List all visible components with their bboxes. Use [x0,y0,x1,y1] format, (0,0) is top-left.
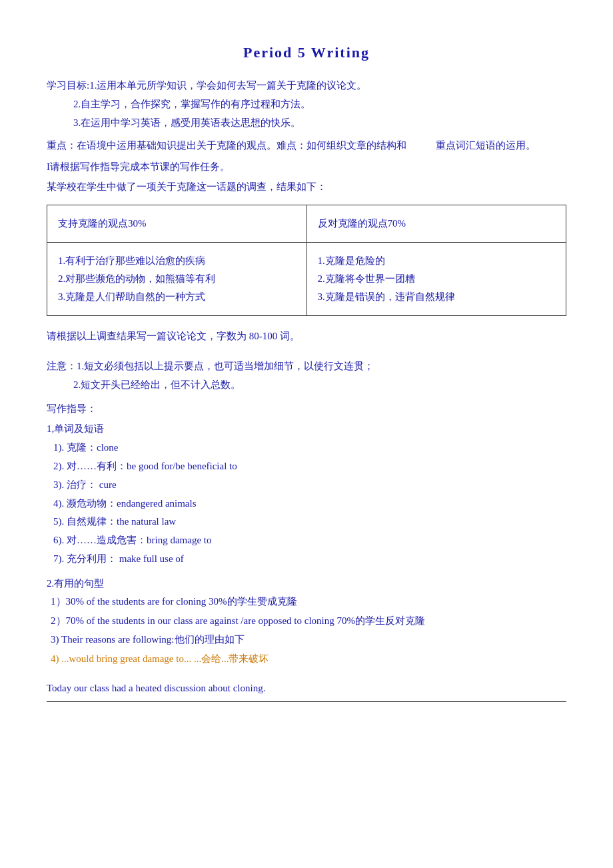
vocab-en-5: the natural law [117,516,176,527]
sentence-text-4: ...would bring great damage to... ...会给.… [61,653,269,664]
sentence-num-1: 1） [51,596,66,607]
sentence-text-2: 70% of the students in our class are aga… [66,615,425,626]
vocab-item-3: 3). 治疗： cure [53,476,566,495]
vocab-num-2: 2). [53,461,67,471]
vocab-title: 1,单词及短语 [47,421,566,438]
sample-sentence: Today our class had a heated discussion … [47,680,566,697]
vocab-item-1: 1). 克隆：clone [53,439,566,457]
vocab-cn-2: 对……有利： [67,461,127,471]
vocab-section: 1,单词及短语 1). 克隆：clone 2). 对……有利：be good f… [47,421,566,569]
vocab-item-7: 7). 充分利用： make full use of [53,550,566,569]
table-data-row: 1.有利于治疗那些难以治愈的疾病 2.对那些濒危的动物，如熊猫等有利 3.克隆是… [47,243,566,316]
vocab-num-3: 3). [53,479,67,490]
vocab-cn-7: 充分利用： [67,553,117,564]
objectives-section: 学习目标:1.运用本单元所学知识，学会如何去写一篇关于克隆的议论文。 2.自主学… [47,77,566,132]
vocab-en-2: be good for/be beneficial to [127,461,237,471]
sentence-section: 2.有用的句型 1）30% of the students are for cl… [47,575,566,669]
vocab-en-4: endangered animals [117,498,197,509]
sentence-title: 2.有用的句型 [47,575,566,593]
vocab-cn-6: 对……造成危害： [67,535,147,545]
vocab-num-1: 1). [53,442,67,453]
sentence-num-4: 4) [51,653,61,664]
table-col1-points: 1.有利于治疗那些难以治愈的疾病 2.对那些濒危的动物，如熊猫等有利 3.克隆是… [47,243,307,316]
sentence-text-3: Their reasons are following:他们的理由如下 [61,634,245,645]
sentence-item-1: 1）30% of the students are for cloning 30… [51,592,566,611]
key-points-section: 重点：在语境中运用基础知识提出关于克隆的观点。难点：如何组织文章的结构和 重点词… [47,137,566,155]
vocab-en-6: bring damage to [147,535,211,545]
sentence-num-2: 2） [51,615,66,626]
objective-line3: 3.在运用中学习英语，感受用英语表达思想的快乐。 [73,114,566,133]
sentence-num-3: 3) [51,634,61,645]
vocab-cn-3: 治疗： [67,479,97,490]
sentence-item-2: 2）70% of the students in our class are a… [51,611,566,631]
table-col2-points: 1.克隆是危险的 2.克隆将令世界一团糟 3.克隆是错误的，违背自然规律 [306,243,566,316]
objective-line2: 2.自主学习，合作探究，掌握写作的有序过程和方法。 [73,95,566,114]
writing-guide-title: 写作指导： [47,401,566,418]
intro-text: 某学校在学生中做了一项关于克隆这一话题的调查，结果如下： [47,179,566,196]
vocab-cn-4: 濒危动物： [67,498,117,509]
table-col2-header: 反对克隆的观点70% [306,205,566,243]
vocab-en-7: make full use of [117,553,184,564]
vocab-item-5: 5). 自然规律：the natural law [53,513,566,531]
vocab-cn-5: 自然规律： [67,516,117,527]
objective-line1: 学习目标:1.运用本单元所学知识，学会如何去写一篇关于克隆的议论文。 [47,77,566,95]
vocab-num-5: 5). [53,516,67,527]
sentence-text-1: 30% of the students are for cloning 30%的… [66,596,297,607]
vocab-en-3: cure [97,479,117,490]
sentence-item-3: 3) Their reasons are following:他们的理由如下 [51,630,566,649]
instruction: I请根据写作指导完成本节课的写作任务。 [47,159,566,176]
vocab-num-7: 7). [53,553,67,564]
table-col1-header: 支持克隆的观点30% [47,205,307,243]
sentence-item-4: 4) ...would bring great damage to... ...… [51,649,566,669]
vocab-num-4: 4). [53,498,67,509]
keypoint-line1: 重点：在语境中运用基础知识提出关于克隆的观点。难点：如何组织文章的结构和 [47,140,406,151]
vocab-item-2: 2). 对……有利：be good for/be beneficial to [53,457,566,476]
writing-prompt: 请根据以上调查结果写一篇议论论文，字数为 80-100 词。 [47,328,566,345]
vocab-cn-1: 克隆： [67,442,97,453]
page-title: Period 5 Writing [47,40,566,65]
table-header-row: 支持克隆的观点30% 反对克隆的观点70% [47,205,566,243]
keypoint-line2: 重点词汇短语的运用。 [436,140,536,151]
notice-line2: 2.短文开头已经给出，但不计入总数。 [73,376,566,395]
survey-table: 支持克隆的观点30% 反对克隆的观点70% 1.有利于治疗那些难以治愈的疾病 2… [47,205,566,316]
vocab-en-1: clone [97,442,118,453]
bottom-divider [47,701,566,702]
notice-line1: 注意：1.短文必须包括以上提示要点，也可适当增加细节，以使行文连贯； [47,357,566,376]
vocab-item-4: 4). 濒危动物：endangered animals [53,495,566,513]
vocab-item-6: 6). 对……造成危害：bring damage to [53,531,566,550]
notice-section: 注意：1.短文必须包括以上提示要点，也可适当增加细节，以使行文连贯； 2.短文开… [47,357,566,395]
vocab-num-6: 6). [53,535,67,545]
